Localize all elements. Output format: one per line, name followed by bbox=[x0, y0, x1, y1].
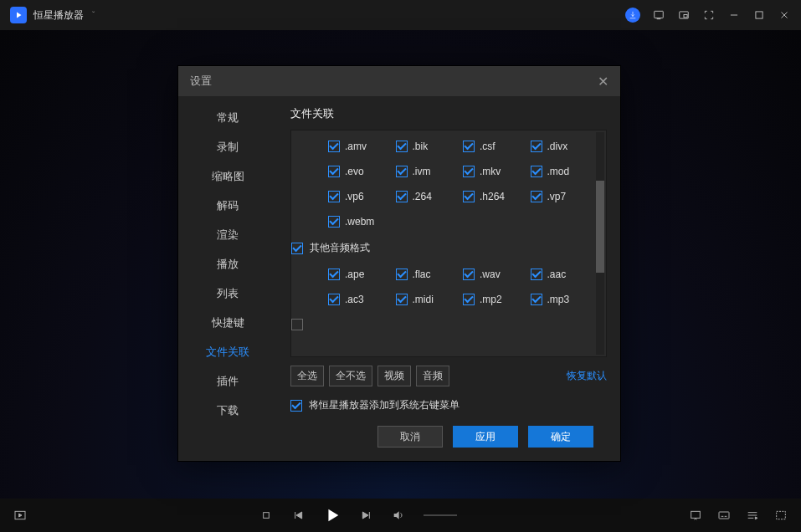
settings-dialog: 设置 ✕ 常规 录制 缩略图 解码 渲染 播放 列表 快捷键 文件关联 插件 下… bbox=[177, 65, 621, 462]
video-ext-item: .mod bbox=[531, 166, 598, 177]
chevron-down-icon[interactable]: ˇ bbox=[92, 11, 95, 20]
pip-icon[interactable] bbox=[677, 8, 691, 22]
sidebar-item-playback[interactable]: 播放 bbox=[178, 249, 277, 279]
title-bar-left: 恒星播放器 ˇ bbox=[10, 7, 95, 23]
app-logo-icon bbox=[10, 7, 27, 23]
file-assoc-scroll-area: .amv.bik.csf.divx.evo.ivm.mkv.mod.vp6.26… bbox=[290, 130, 607, 357]
checkbox-aac[interactable] bbox=[531, 269, 542, 280]
mini-mode-icon[interactable] bbox=[702, 8, 716, 22]
video-ext-item: .vp7 bbox=[531, 191, 598, 202]
ext-label: .evo bbox=[345, 166, 364, 177]
checkbox-mod[interactable] bbox=[531, 166, 542, 177]
subtitle-icon[interactable] bbox=[717, 509, 731, 522]
fullscreen-icon[interactable] bbox=[774, 509, 788, 522]
checkbox-amv[interactable] bbox=[328, 141, 340, 152]
checkbox-partial[interactable] bbox=[291, 319, 303, 330]
next-group-partial bbox=[291, 319, 598, 330]
svg-marker-8 bbox=[19, 514, 22, 517]
checkbox-divx[interactable] bbox=[531, 141, 542, 152]
checkbox-wav[interactable] bbox=[463, 269, 475, 280]
checkbox-midi[interactable] bbox=[396, 294, 408, 305]
audio-ext-item: .mp3 bbox=[531, 294, 598, 305]
playlist-icon[interactable] bbox=[746, 509, 759, 522]
sidebar-item-thumbnail[interactable]: 缩略图 bbox=[178, 161, 277, 191]
ext-label: .mod bbox=[547, 166, 570, 177]
minimize-icon[interactable] bbox=[727, 8, 741, 22]
checkbox-flac[interactable] bbox=[396, 269, 408, 280]
open-file-icon[interactable] bbox=[13, 509, 27, 522]
feedback-icon[interactable] bbox=[652, 8, 665, 22]
checkbox-mp3[interactable] bbox=[531, 294, 542, 305]
dialog-close-icon[interactable]: ✕ bbox=[598, 74, 608, 90]
cast-icon[interactable] bbox=[689, 509, 702, 522]
video-filter-button[interactable]: 视频 bbox=[377, 366, 411, 386]
checkbox-evo[interactable] bbox=[328, 166, 340, 177]
play-icon[interactable] bbox=[323, 506, 341, 524]
checkbox-ape[interactable] bbox=[328, 269, 340, 280]
sidebar-item-general[interactable]: 常规 bbox=[178, 103, 277, 132]
sidebar-item-decode[interactable]: 解码 bbox=[178, 191, 277, 220]
ext-label: .h264 bbox=[480, 191, 505, 202]
sidebar-item-render[interactable]: 渲染 bbox=[178, 220, 277, 249]
checkbox-bik[interactable] bbox=[396, 141, 408, 152]
context-menu-label: 将恒星播放器添加到系统右键菜单 bbox=[309, 398, 460, 412]
context-menu-option: 将恒星播放器添加到系统右键菜单 bbox=[290, 398, 607, 412]
title-bar: 恒星播放器 ˇ bbox=[0, 0, 801, 30]
audio-filter-button[interactable]: 音频 bbox=[416, 366, 449, 386]
svg-marker-14 bbox=[362, 512, 368, 519]
checkbox-webm[interactable] bbox=[328, 216, 340, 228]
ext-label: .wav bbox=[480, 269, 501, 280]
audio-ext-item: .mp2 bbox=[463, 294, 531, 305]
ext-label: .264 bbox=[413, 191, 432, 202]
sidebar-item-record[interactable]: 录制 bbox=[178, 132, 277, 161]
select-all-button[interactable]: 全选 bbox=[290, 366, 324, 386]
ext-label: .ac3 bbox=[345, 294, 364, 305]
video-ext-item: .h264 bbox=[463, 191, 531, 202]
checkbox-264[interactable] bbox=[396, 191, 408, 202]
close-icon[interactable] bbox=[778, 8, 791, 22]
next-icon[interactable] bbox=[360, 509, 373, 522]
checkbox-csf[interactable] bbox=[463, 141, 475, 152]
previous-icon[interactable] bbox=[291, 509, 305, 522]
sidebar-item-plugin[interactable]: 插件 bbox=[178, 366, 277, 396]
sidebar-item-hotkey[interactable]: 快捷键 bbox=[178, 308, 277, 337]
ext-label: .flac bbox=[413, 269, 431, 280]
checkbox-h264[interactable] bbox=[463, 191, 475, 202]
video-ext-item: .264 bbox=[396, 191, 464, 202]
volume-icon[interactable] bbox=[392, 509, 405, 522]
checkbox-vp7[interactable] bbox=[531, 191, 542, 202]
dialog-title: 设置 bbox=[190, 74, 212, 89]
cancel-button[interactable]: 取消 bbox=[377, 426, 443, 448]
ext-label: .bik bbox=[413, 141, 429, 152]
audio-ext-item: .ape bbox=[328, 269, 396, 280]
checkbox-context-menu[interactable] bbox=[290, 400, 302, 412]
sidebar-item-download[interactable]: 下载 bbox=[178, 396, 277, 425]
svg-rect-0 bbox=[655, 11, 664, 18]
checkbox-audio-group[interactable] bbox=[291, 243, 303, 254]
checkbox-mp2[interactable] bbox=[463, 294, 475, 305]
checkbox-vp6[interactable] bbox=[328, 191, 340, 202]
ok-button[interactable]: 确定 bbox=[528, 426, 593, 448]
apply-button[interactable]: 应用 bbox=[453, 426, 518, 448]
checkbox-mkv[interactable] bbox=[463, 166, 475, 177]
download-badge-icon[interactable] bbox=[625, 8, 640, 23]
restore-default-link[interactable]: 恢复默认 bbox=[567, 369, 607, 383]
svg-rect-17 bbox=[719, 512, 729, 519]
sidebar-item-file-assoc[interactable]: 文件关联 bbox=[178, 337, 277, 366]
sidebar-item-list[interactable]: 列表 bbox=[178, 279, 277, 308]
stop-icon[interactable] bbox=[259, 509, 273, 522]
audio-ext-item: .midi bbox=[396, 294, 464, 305]
app-title[interactable]: 恒星播放器 bbox=[33, 8, 84, 23]
video-ext-item: .webm bbox=[328, 216, 396, 228]
maximize-icon[interactable] bbox=[752, 8, 766, 22]
checkbox-ac3[interactable] bbox=[328, 294, 340, 305]
video-ext-item: .ivm bbox=[396, 166, 464, 177]
scrollbar-thumb[interactable] bbox=[596, 181, 604, 273]
video-ext-item: .csf bbox=[463, 141, 531, 152]
audio-group-header: 其他音频格式 bbox=[291, 241, 598, 255]
volume-slider[interactable] bbox=[424, 514, 457, 516]
select-none-button[interactable]: 全不选 bbox=[329, 366, 372, 386]
checkbox-ivm[interactable] bbox=[396, 166, 408, 177]
ext-label: .vp7 bbox=[547, 191, 567, 202]
ext-label: .divx bbox=[547, 141, 568, 152]
